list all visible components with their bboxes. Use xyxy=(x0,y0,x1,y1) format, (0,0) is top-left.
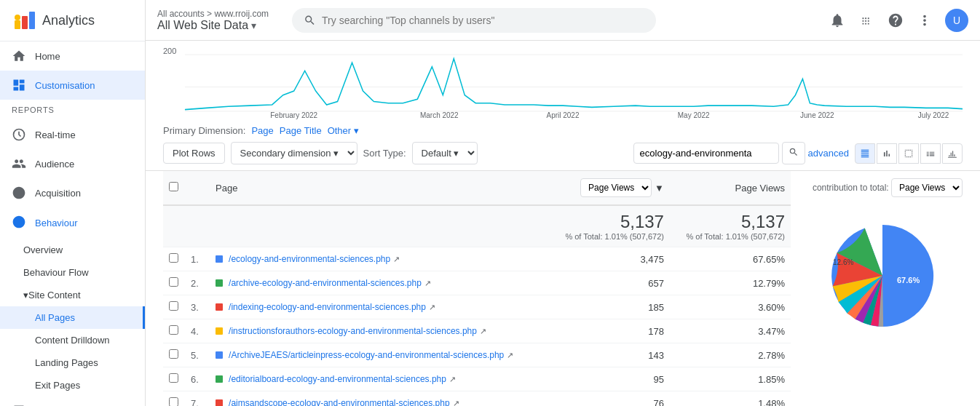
search-bar[interactable] xyxy=(292,8,656,33)
external-link-icon[interactable]: ↗ xyxy=(429,303,435,312)
color-dot xyxy=(216,279,223,287)
table-view-icon[interactable] xyxy=(855,143,875,164)
page-col-label: Page xyxy=(216,183,237,194)
summary-pageviews-1: 5,137 xyxy=(555,212,664,232)
sidebar-item-exit-pages[interactable]: Exit Pages xyxy=(0,374,145,397)
select-all-checkbox-header xyxy=(163,171,185,205)
row-num: 7. xyxy=(185,391,210,407)
lifetime-view-icon[interactable] xyxy=(942,143,963,164)
row-checkbox xyxy=(163,319,185,343)
table-filter-row: Plot Rows Secondary dimension ▾ Sort Typ… xyxy=(163,142,963,164)
svg-text:March 2022: March 2022 xyxy=(420,110,459,119)
table-row: 3. /indexing-ecology-and-environmental-s… xyxy=(163,295,791,319)
view-icons xyxy=(855,143,963,164)
comparison-view-icon[interactable] xyxy=(898,143,919,164)
external-link-icon[interactable]: ↗ xyxy=(480,327,486,336)
chart-y-label: 200 xyxy=(163,47,176,55)
realtime-icon xyxy=(12,127,26,142)
site-selector[interactable]: All Web Site Data ▾ xyxy=(157,19,269,32)
sidebar-item-audience[interactable]: Audience xyxy=(0,149,145,178)
sidebar-item-behaviour-flow[interactable]: Behaviour Flow xyxy=(0,261,145,284)
page-link[interactable]: /ArchiveJEAES/articleinpress-ecology-and… xyxy=(229,350,504,360)
external-link-icon[interactable]: ↗ xyxy=(449,375,456,384)
external-link-icon[interactable]: ↗ xyxy=(453,399,459,407)
overview-label: Overview xyxy=(23,244,63,255)
row-select-checkbox[interactable] xyxy=(169,349,178,359)
contribution-label: contribution to total: xyxy=(813,183,889,193)
table-controls: Primary Dimension: Page Page Title Other… xyxy=(146,119,980,171)
plot-rows-button[interactable]: Plot Rows xyxy=(163,143,225,164)
contribution-select[interactable]: Page Views xyxy=(891,178,963,197)
page-link[interactable]: /ecology-and-environmental-sciences.php xyxy=(229,254,390,264)
notifications-icon[interactable] xyxy=(829,12,846,29)
select-all-checkbox[interactable] xyxy=(169,182,178,191)
sidebar-item-content-drilldown[interactable]: Content Drilldown xyxy=(0,329,145,351)
row-select-checkbox[interactable] xyxy=(169,325,178,335)
search-filter-button[interactable] xyxy=(782,142,805,164)
dim-other-link[interactable]: Other ▾ xyxy=(328,125,359,136)
sort-arrow-icon[interactable]: ▼ xyxy=(655,183,664,194)
pivot-view-icon[interactable] xyxy=(920,143,941,164)
more-icon[interactable] xyxy=(916,12,933,29)
page-views-select[interactable]: Page Views xyxy=(580,178,652,197)
summary-pageviews-pct-1: % of Total: 1.01% (507,672) xyxy=(555,232,664,241)
sidebar-item-overview[interactable]: Overview xyxy=(0,239,145,261)
svg-text:May 2022: May 2022 xyxy=(678,110,710,119)
sidebar-item-home[interactable]: Home xyxy=(0,41,145,71)
user-avatar[interactable]: U xyxy=(945,9,968,32)
svg-point-3 xyxy=(15,15,20,20)
acquisition-icon xyxy=(12,186,26,200)
dim-page-title-link[interactable]: Page Title xyxy=(280,125,322,136)
row-select-checkbox[interactable] xyxy=(169,397,178,406)
summary-pageviews-2: 5,137 xyxy=(676,212,785,232)
sidebar-item-acquisition[interactable]: Acquisition xyxy=(0,178,145,207)
search-filter-input[interactable] xyxy=(633,143,779,164)
row-num: 1. xyxy=(185,247,210,271)
page-link[interactable]: /instructionsforauthors-ecology-and-envi… xyxy=(229,326,477,336)
grid-icon[interactable] xyxy=(858,12,875,29)
row-num: 2. xyxy=(185,271,210,295)
sidebar-item-behaviour[interactable]: Behaviour xyxy=(0,207,145,239)
data-table: Page Page Views ▼ Page Views xyxy=(163,171,791,406)
sidebar-item-realtime[interactable]: Real-time xyxy=(0,120,145,149)
advanced-link[interactable]: advanced xyxy=(808,148,849,159)
row-select-checkbox[interactable] xyxy=(169,277,178,287)
table-row: 7. /aimsandscope-ecology-and-environment… xyxy=(163,391,791,407)
page-link[interactable]: /editorialboard-ecology-and-environmenta… xyxy=(229,374,446,384)
breadcrumb: All accounts > www.rroij.com xyxy=(157,9,269,19)
page-link[interactable]: /archive-ecology-and-environmental-scien… xyxy=(229,278,422,288)
search-input[interactable] xyxy=(322,15,644,26)
page-views-label: Page Views xyxy=(735,183,785,194)
external-link-icon[interactable]: ↗ xyxy=(424,279,431,288)
sidebar-item-site-content[interactable]: ▾ Site Content xyxy=(0,284,145,306)
secondary-dimension-select[interactable]: Secondary dimension ▾ xyxy=(231,142,357,164)
page-link[interactable]: /aimsandscope-ecology-and-environmental-… xyxy=(229,398,450,406)
external-link-icon[interactable]: ↗ xyxy=(393,255,400,264)
site-name: All Web Site Data xyxy=(157,19,248,32)
content-drilldown-label: Content Drilldown xyxy=(35,335,110,346)
page-header: Page xyxy=(210,171,549,205)
sidebar-item-all-pages[interactable]: All Pages xyxy=(0,306,145,329)
dim-page-link[interactable]: Page xyxy=(251,125,273,136)
row-select-checkbox[interactable] xyxy=(169,253,178,263)
page-link[interactable]: /indexing-ecology-and-environmental-scie… xyxy=(229,302,426,312)
row-page: /ecology-and-environmental-sciences.php … xyxy=(210,247,549,271)
sidebar-item-attribution[interactable]: Attribution BETA xyxy=(0,397,145,406)
chart-view-icon[interactable] xyxy=(877,143,897,164)
sort-type-select[interactable]: Default ▾ xyxy=(412,142,478,164)
row-select-checkbox[interactable] xyxy=(169,373,178,383)
row-pageviews: 143 xyxy=(549,343,670,367)
sidebar-item-landing-pages[interactable]: Landing Pages xyxy=(0,351,145,374)
row-pct: 3.47% xyxy=(670,319,791,343)
help-icon[interactable] xyxy=(887,12,904,29)
site-selector-chevron-icon: ▾ xyxy=(251,20,256,31)
primary-dimension-row: Primary Dimension: Page Page Title Other… xyxy=(163,125,963,136)
external-link-icon[interactable]: ↗ xyxy=(507,351,513,360)
sidebar-item-customisation[interactable]: Customisation xyxy=(0,71,145,100)
search-filter: advanced xyxy=(633,142,849,164)
primary-dim-label: Primary Dimension: xyxy=(163,125,245,136)
row-select-checkbox[interactable] xyxy=(169,301,178,311)
row-pageviews: 76 xyxy=(549,391,670,407)
audience-icon xyxy=(12,156,26,171)
pageviews2-header: Page Views xyxy=(670,171,791,205)
